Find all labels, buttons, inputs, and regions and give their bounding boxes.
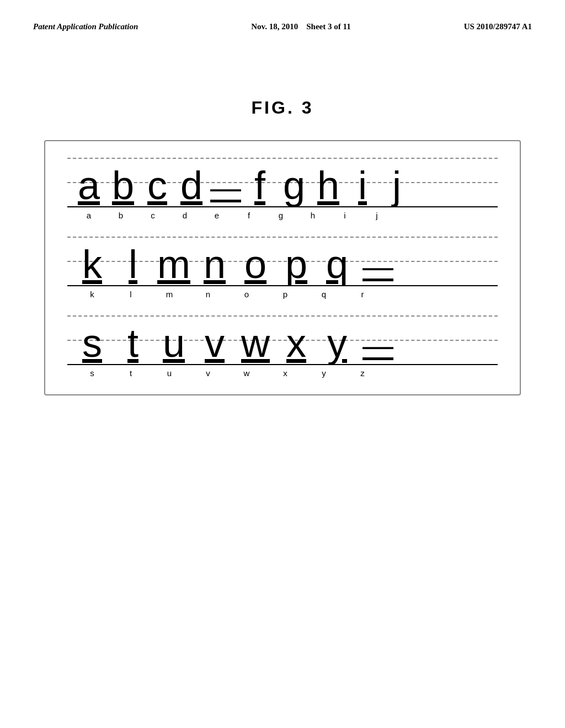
label-m: m — [150, 290, 189, 299]
big-letter-d: d — [175, 165, 207, 205]
big-letter-t: t — [114, 323, 152, 363]
big-letter-f: f — [244, 165, 276, 205]
label-b: b — [105, 211, 137, 220]
alphabet-row-3: s t u v w x y — s t u v w x y z — [67, 315, 498, 378]
label-f: f — [233, 211, 265, 220]
label-n: n — [189, 290, 227, 299]
main-diagram: a b c d — f g h i j a b c d e f g h i j — [44, 140, 521, 395]
big-letter-k: k — [73, 244, 111, 284]
big-letters-2: k l m n o p q — — [67, 237, 498, 285]
figure-title: FIG. 3 — [0, 98, 565, 118]
big-letter-u: u — [154, 323, 193, 363]
label-x: x — [266, 368, 305, 378]
label-h: h — [297, 211, 329, 220]
page-header: Patent Application Publication Nov. 18, … — [0, 0, 565, 31]
alphabet-row-1: a b c d — f g h i j a b c d e f g h i j — [67, 158, 498, 220]
label-a: a — [73, 211, 105, 220]
label-z: z — [343, 368, 382, 378]
big-letter-z: — — [359, 330, 397, 361]
letter-display-3: s t u v w x y — — [67, 315, 498, 365]
label-w: w — [227, 368, 266, 378]
big-letter-v: v — [195, 323, 234, 363]
big-letter-i: i — [347, 165, 379, 205]
label-v: v — [189, 368, 227, 378]
header-right: US 2010/289747 A1 — [464, 22, 532, 31]
letter-display-2: k l m n o p q — — [67, 237, 498, 286]
label-d: d — [169, 211, 201, 220]
big-letter-n: n — [195, 244, 234, 284]
big-letter-j: j — [381, 165, 413, 205]
header-center: Nov. 18, 2010 Sheet 3 of 11 — [251, 22, 350, 31]
big-letter-a: a — [73, 165, 105, 205]
big-letter-r: — — [359, 251, 397, 282]
big-letter-b: b — [107, 165, 139, 205]
big-letter-w: w — [236, 323, 275, 363]
big-letter-l: l — [114, 244, 152, 284]
small-labels-2: k l m n o p q r — [67, 290, 498, 299]
label-s: s — [73, 368, 111, 378]
label-c: c — [137, 211, 169, 220]
letter-display-1: a b c d — f g h i j — [67, 158, 498, 207]
label-t: t — [111, 368, 150, 378]
label-l: l — [111, 290, 150, 299]
big-letters-1: a b c d — f g h i j — [67, 158, 498, 206]
big-letter-c: c — [141, 165, 173, 205]
label-i: i — [329, 211, 361, 220]
label-g: g — [265, 211, 297, 220]
big-letter-o: o — [236, 244, 275, 284]
label-r: r — [343, 290, 382, 299]
label-q: q — [305, 290, 343, 299]
big-letter-y: y — [318, 323, 356, 363]
big-letter-s: s — [73, 323, 111, 363]
alphabet-row-2: k l m n o p q — k l m n o p q r — [67, 237, 498, 299]
big-letter-q: q — [318, 244, 356, 284]
label-u: u — [150, 368, 189, 378]
label-e: e — [201, 211, 233, 220]
big-letter-g: g — [278, 165, 310, 205]
label-o: o — [227, 290, 266, 299]
big-letter-m: m — [154, 244, 193, 284]
big-letter-h: h — [312, 165, 344, 205]
label-k: k — [73, 290, 111, 299]
small-labels-1: a b c d e f g h i j — [67, 211, 498, 220]
big-letters-3: s t u v w x y — — [67, 315, 498, 364]
big-letter-x: x — [277, 323, 316, 363]
label-j: j — [361, 211, 393, 220]
label-p: p — [266, 290, 305, 299]
small-labels-3: s t u v w x y z — [67, 368, 498, 378]
big-letter-e: — — [210, 172, 242, 203]
header-left: Patent Application Publication — [33, 22, 138, 31]
big-letter-p: p — [277, 244, 316, 284]
label-y: y — [305, 368, 343, 378]
